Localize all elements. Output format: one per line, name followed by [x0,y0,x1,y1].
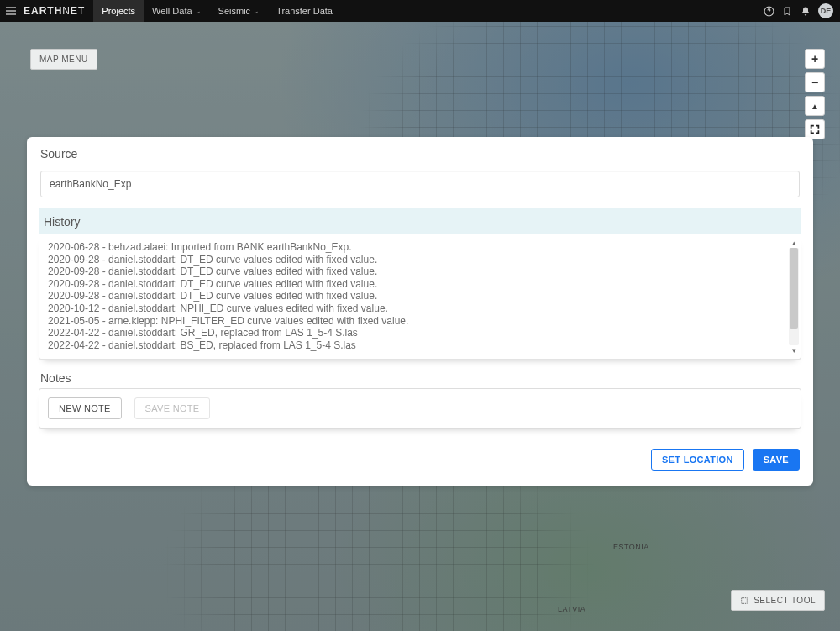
history-scrollbar[interactable]: ▴ ▾ [789,238,799,355]
new-note-button[interactable]: NEW NOTE [48,397,122,419]
notes-section: Notes NEW NOTE SAVE NOTE [27,365,813,434]
history-entry: 2020-09-28 - daniel.stoddart: DT_ED curv… [48,290,795,302]
nav-well-data[interactable]: Well Data⌄ [144,0,209,22]
save-button[interactable]: SAVE [753,449,800,471]
scroll-down-icon[interactable]: ▾ [792,345,796,355]
svg-rect-2 [742,597,748,603]
select-tool-button[interactable]: SELECT TOOL [731,590,825,611]
bookmark-icon[interactable] [778,2,796,20]
cursor-icon [740,597,748,605]
history-entry: 2022-04-22 - daniel.stoddart: BS_ED, rep… [48,339,795,352]
source-section: Source earthBankNo_Exp [27,137,813,197]
bell-icon[interactable] [796,2,815,20]
history-entry: 2021-05-05 - arne.klepp: NPHI_FILTER_ED … [48,315,795,328]
chevron-down-icon: ⌄ [195,7,202,15]
history-entry: 2020-10-12 - daniel.stoddart: NPHI_ED cu… [48,302,795,315]
north-button[interactable]: ▲ [805,96,825,116]
source-label: Source [39,140,801,166]
zoom-out-button[interactable]: − [805,72,825,92]
history-label: History [39,208,801,234]
zoom-in-button[interactable]: + [805,49,825,69]
notes-label: Notes [39,366,801,388]
map-menu-button[interactable]: MAP MENU [30,49,97,70]
nav-projects[interactable]: Projects [93,0,144,22]
history-entry: 2020-09-28 - daniel.stoddart: DT_ED curv… [48,278,795,291]
user-avatar[interactable]: DE [818,3,833,18]
history-textarea[interactable]: 2020-06-28 - behzad.alaei: Imported from… [39,234,801,360]
history-entry: 2020-09-28 - daniel.stoddart: DT_ED curv… [48,266,795,278]
history-entry: 2022-04-22 - daniel.stoddart: BS_ED, rep… [48,351,795,352]
modal-footer: SET LOCATION SAVE [27,434,813,471]
help-icon[interactable] [759,2,778,20]
scroll-up-icon[interactable]: ▴ [792,238,796,248]
history-entry: 2022-04-22 - daniel.stoddart: GR_ED, rep… [48,327,795,339]
nav-transfer-data[interactable]: Transfer Data [268,0,341,22]
source-input[interactable]: earthBankNo_Exp [40,171,800,197]
history-section: History 2020-06-28 - behzad.alaei: Impor… [27,208,813,360]
svg-point-1 [768,13,769,13]
menu-icon[interactable] [0,0,22,22]
history-entry: 2020-09-28 - daniel.stoddart: DT_ED curv… [48,254,795,266]
set-location-button[interactable]: SET LOCATION [651,449,744,471]
save-note-button: SAVE NOTE [134,397,211,419]
chevron-down-icon: ⌄ [253,7,260,15]
brand-logo: EARTHNET [22,5,93,17]
history-entry: 2020-06-28 - behzad.alaei: Imported from… [48,241,795,254]
map-tool-stack: + − ▲ [805,49,825,139]
nav-seismic[interactable]: Seismic⌄ [210,0,269,22]
edit-modal: Source earthBankNo_Exp History 2020-06-2… [27,137,813,486]
app-header: EARTHNET Projects Well Data⌄ Seismic⌄ Tr… [0,0,840,22]
